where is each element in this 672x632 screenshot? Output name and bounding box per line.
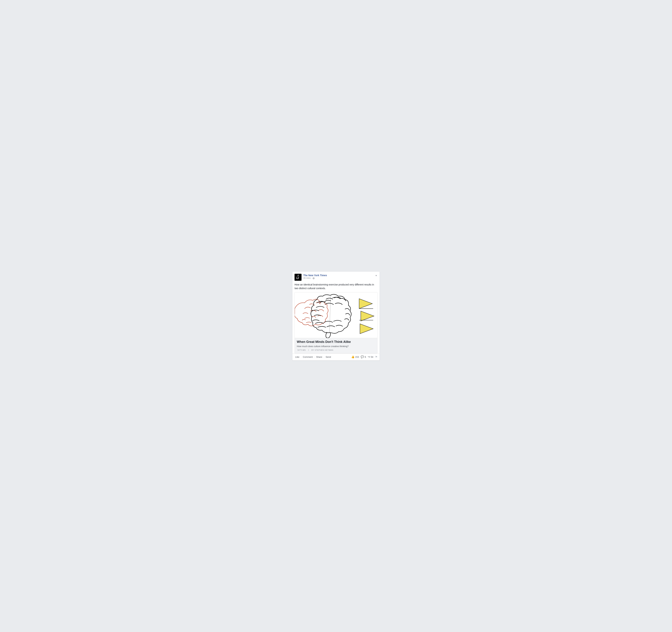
share-icon: ↪ <box>368 355 370 358</box>
globe-icon <box>313 277 315 279</box>
source-separator: I <box>308 349 310 351</box>
action-buttons: Like · Comment · Share · Send <box>294 355 332 359</box>
article-title: When Great Minds Don't Think Alike <box>297 340 375 344</box>
article-author: BY STEPHEN HEYMAN <box>312 349 333 351</box>
link-preview[interactable]: When Great Minds Don't Think Alike How m… <box>294 292 378 353</box>
post-header: ǖ The New York Times 35 mins · ▾ <box>292 272 380 282</box>
article-subtitle: How much does culture influence creative… <box>297 345 375 348</box>
article-source: NYTI.MS I BY STEPHEN HEYMAN <box>297 349 375 351</box>
page-info: The New York Times 35 mins · <box>303 274 327 280</box>
article-info: When Great Minds Don't Think Alike How m… <box>295 338 377 353</box>
comment-button[interactable]: Comment <box>302 355 313 359</box>
article-image <box>295 292 377 338</box>
post-text-content: How an identical brainstorming exercise … <box>294 283 374 290</box>
nyt-logo-svg: ǖ <box>295 274 301 280</box>
comment-number: 6 <box>365 356 366 358</box>
sep-3: · <box>323 356 324 358</box>
sep-1: · <box>301 356 302 358</box>
post-footer: Like · Comment · Share · Send 👍 153 💬 6 … <box>292 353 380 360</box>
send-button[interactable]: Send <box>325 355 332 359</box>
thumbs-up-icon: 👍 <box>351 355 355 358</box>
like-count: 👍 153 <box>351 355 359 358</box>
share-button[interactable]: Share <box>315 355 323 359</box>
flag-icon[interactable]: ⚑ <box>375 355 378 359</box>
article-url: NYTI.MS <box>297 349 306 351</box>
meta-dot: · <box>311 277 312 280</box>
chevron-down-icon[interactable]: ▾ <box>375 273 378 278</box>
post-time: 35 mins <box>303 277 311 280</box>
brain-illustration-svg <box>295 292 377 338</box>
engagement-stats: 👍 153 💬 6 ↪ 54 ⚑ <box>351 355 378 359</box>
like-number: 153 <box>355 356 359 358</box>
comment-icon: 💬 <box>361 355 364 358</box>
svg-text:ǖ: ǖ <box>296 275 299 280</box>
post-text: How an identical brainstorming exercise … <box>292 282 380 292</box>
sep-2: · <box>314 356 315 358</box>
page-avatar[interactable]: ǖ <box>294 274 302 281</box>
post-meta: 35 mins · <box>303 277 327 280</box>
share-number: 54 <box>371 356 373 358</box>
like-button[interactable]: Like <box>294 355 300 359</box>
header-left: ǖ The New York Times 35 mins · <box>294 274 327 281</box>
share-count: ↪ 54 <box>368 355 373 358</box>
facebook-post-card: ǖ The New York Times 35 mins · ▾ <box>292 272 380 360</box>
comment-count: 💬 6 <box>361 355 366 358</box>
page-name[interactable]: The New York Times <box>303 274 327 277</box>
